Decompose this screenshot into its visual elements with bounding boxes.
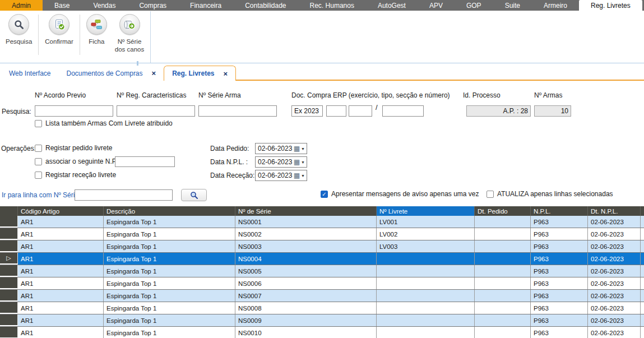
cell-dt-pedido[interactable] (475, 277, 531, 289)
cell-dt-npl[interactable]: 02-06-2023 (588, 216, 641, 228)
cell-dt-pedido[interactable] (475, 327, 531, 338)
cell-npl[interactable]: P963 (531, 216, 588, 228)
row-selector[interactable]: ▷ (0, 216, 18, 228)
cell-n-livrete[interactable] (377, 277, 475, 289)
doc-tipo-input[interactable] (326, 105, 346, 117)
cell-dt-npl[interactable]: 02-06-2023 (588, 314, 641, 326)
cell-n-de-serie[interactable]: NS0010 (235, 327, 377, 338)
cell-n-livrete[interactable] (377, 314, 475, 326)
menubar-item[interactable]: Financeira (178, 0, 233, 11)
cell-npl[interactable]: P963 (531, 314, 588, 326)
menubar-item[interactable]: APV (418, 0, 455, 11)
col-header-n-livrete[interactable]: Nº Livrete (377, 206, 475, 216)
cell-n-de-serie[interactable]: NS0005 (235, 265, 377, 277)
cell-npl[interactable]: P963 (531, 240, 588, 252)
col-header-n-de-serie[interactable]: Nº de Série (235, 206, 377, 216)
cell-n-de-serie[interactable]: NS0009 (235, 314, 377, 326)
menubar-item[interactable]: Compras (127, 0, 178, 11)
cell-dt-npl[interactable]: 02-06-2023 (588, 302, 641, 314)
registar-pedido-checkbox[interactable]: Registar pedido livrete (35, 144, 112, 152)
cell-n-livrete[interactable]: LV002 (377, 228, 475, 240)
row-selector[interactable]: ▷ (0, 290, 18, 302)
doc-seccao-input[interactable] (349, 105, 372, 117)
cell-n-de-serie[interactable]: NS0003 (235, 240, 377, 252)
row-selector[interactable]: ▷ (0, 240, 18, 252)
cell-npl[interactable]: P963 (531, 265, 588, 277)
cell-n-livrete[interactable]: LV001 (377, 216, 475, 228)
menubar-item[interactable]: Reg. Livretes (579, 0, 642, 11)
cell-descricao[interactable]: Espingarda Top 1 (104, 290, 235, 302)
cell-descricao[interactable]: Espingarda Top 1 (104, 277, 235, 289)
menubar-item[interactable]: Rec. Humanos (298, 0, 366, 11)
cell-dt-pedido[interactable] (475, 302, 531, 314)
cell-dt-npl[interactable]: 02-06-2023 (588, 240, 641, 252)
row-selector[interactable]: ▷ (0, 277, 18, 289)
table-row[interactable]: ▷ AR1 Espingarda Top 1 NS0003 LV003 P963… (0, 240, 644, 253)
cell-n-de-serie[interactable]: NS0007 (235, 290, 377, 302)
col-header-descricao[interactable]: Descrição (104, 206, 235, 216)
table-row[interactable]: ▷ AR1 Espingarda Top 1 NS0008 P963 02-06… (0, 302, 644, 314)
cell-descricao[interactable]: Espingarda Top 1 (104, 314, 235, 326)
cell-descricao[interactable]: Espingarda Top 1 (104, 327, 235, 338)
cell-descricao[interactable]: Espingarda Top 1 (104, 265, 235, 277)
table-row[interactable]: ▷ AR1 Espingarda Top 1 NS0001 LV001 P963… (0, 216, 644, 228)
chevron-down-icon[interactable]: ▼ (301, 160, 305, 164)
cell-n-livrete[interactable]: LV003 (377, 240, 475, 252)
col-header-npl[interactable]: N.P.L. (531, 206, 588, 216)
aviso-checkbox[interactable]: Apresentar mensagens de aviso apenas uma… (321, 190, 479, 198)
menubar-item[interactable]: GOP (455, 0, 493, 11)
cell-codigo-artigo[interactable]: AR1 (18, 240, 104, 252)
cell-npl[interactable]: P963 (531, 253, 588, 265)
menubar-item[interactable]: Armeiro (532, 0, 579, 11)
cell-npl[interactable]: P963 (531, 290, 588, 302)
lista-livrete-checkbox[interactable]: Lista também Armas Com Livrete atribuido (35, 119, 173, 127)
cell-dt-pedido[interactable] (475, 314, 531, 326)
cell-n-livrete[interactable] (377, 302, 475, 314)
cell-npl[interactable]: P963 (531, 327, 588, 338)
menubar-item[interactable]: Suite (493, 0, 532, 11)
cell-n-livrete[interactable] (377, 253, 475, 265)
cell-dt-pedido[interactable] (475, 265, 531, 277)
cell-dt-pedido[interactable] (475, 240, 531, 252)
tab-web-interface[interactable]: Web Interface (1, 66, 58, 81)
close-icon[interactable]: × (224, 70, 228, 77)
cell-dt-npl[interactable]: 02-06-2023 (588, 265, 641, 277)
cell-codigo-artigo[interactable]: AR1 (18, 277, 104, 289)
cell-descricao[interactable]: Espingarda Top 1 (104, 253, 235, 265)
cell-descricao[interactable]: Espingarda Top 1 (104, 228, 235, 240)
cell-npl[interactable]: P963 (531, 228, 588, 240)
cell-npl[interactable]: P963 (531, 277, 588, 289)
data-rececao-datepicker[interactable]: 02-06-2023 ▦ ▼ (255, 170, 307, 181)
table-row[interactable]: ▷ AR1 Espingarda Top 1 NS0010 P963 02-06… (0, 327, 644, 338)
cell-dt-npl[interactable]: 02-06-2023 (588, 253, 641, 265)
associar-npl-input[interactable] (115, 156, 175, 167)
cell-dt-pedido[interactable] (475, 228, 531, 240)
row-selector[interactable]: ▷ (0, 327, 18, 338)
reg-caracteristicas-input[interactable] (117, 105, 195, 117)
col-header-codigo-artigo[interactable]: Código Artigo (18, 206, 104, 216)
associar-npl-checkbox[interactable]: associar o seguinte N.P.L. (35, 158, 123, 165)
menubar-item[interactable]: Base (43, 0, 81, 11)
pesquisa-button[interactable]: Pesquisa (2, 13, 36, 46)
cell-codigo-artigo[interactable]: AR1 (18, 216, 104, 228)
serie-arma-input[interactable] (198, 105, 277, 117)
table-row[interactable]: ▷ AR1 Espingarda Top 1 NS0009 P963 02-06… (0, 314, 644, 327)
goto-serie-input[interactable] (75, 189, 173, 201)
cell-codigo-artigo[interactable]: AR1 (18, 302, 104, 314)
menubar-item[interactable]: Vendas (81, 0, 127, 11)
cell-codigo-artigo[interactable]: AR1 (18, 290, 104, 302)
row-selector[interactable]: ▷ (0, 314, 18, 326)
registar-rececao-checkbox[interactable]: Registar receção livrete (35, 171, 116, 179)
data-npl-datepicker[interactable]: 02-06-2023 ▦ ▼ (255, 156, 307, 168)
cell-n-de-serie[interactable]: NS0006 (235, 277, 377, 289)
acordo-previo-input[interactable] (35, 105, 113, 117)
table-row[interactable]: ▷ AR1 Espingarda Top 1 NS0004 P963 02-06… (0, 253, 644, 265)
tab-reg-livretes[interactable]: Reg. Livretes × (164, 66, 236, 81)
cell-dt-npl[interactable]: 02-06-2023 (588, 277, 641, 289)
cell-codigo-artigo[interactable]: AR1 (18, 314, 104, 326)
goto-search-button[interactable] (181, 189, 207, 201)
cell-dt-npl[interactable]: 02-06-2023 (588, 290, 641, 302)
cell-dt-npl[interactable]: 02-06-2023 (588, 228, 641, 240)
atualiza-checkbox[interactable]: ATUALIZA apenas linhas selecionadas (487, 190, 613, 198)
cell-codigo-artigo[interactable]: AR1 (18, 327, 104, 338)
